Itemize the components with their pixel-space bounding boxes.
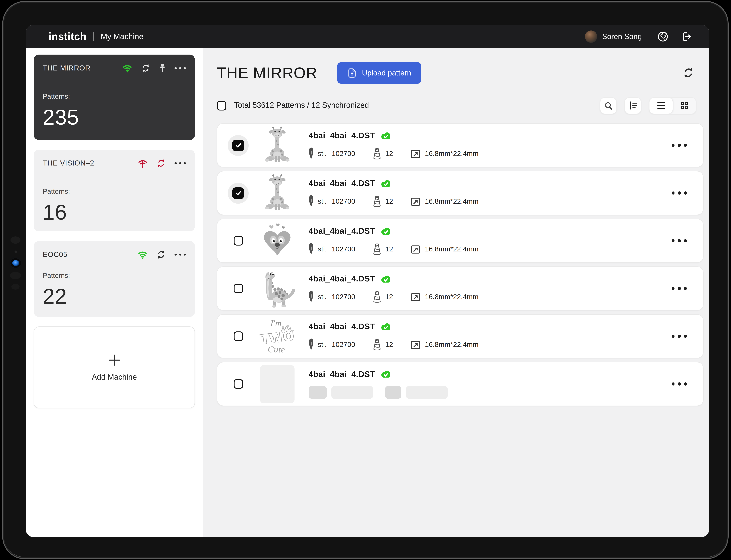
- avatar[interactable]: [585, 30, 597, 43]
- needle-icon: [309, 243, 314, 255]
- pattern-row[interactable]: I'm TWO Cute: [217, 314, 704, 358]
- row-checkbox[interactable]: [234, 236, 243, 246]
- machine-card-the-vision-2[interactable]: THE VISION–2: [34, 150, 195, 231]
- upload-pattern-label: Upload pattern: [362, 69, 411, 77]
- thread-count: 12: [372, 339, 393, 350]
- pattern-row[interactable]: 4bai_4bai_4.DST sti.102700: [217, 266, 704, 311]
- thread-count: 12: [372, 243, 393, 255]
- pattern-size: 16.8mm*22.4mm: [410, 244, 478, 254]
- sync-error-icon[interactable]: [157, 158, 166, 168]
- pattern-filename: 4bai_4bai_4.DST: [309, 369, 375, 379]
- pin-icon[interactable]: [159, 63, 166, 73]
- machine-name: THE VISION–2: [43, 159, 94, 167]
- machine-more-icon[interactable]: [175, 254, 186, 256]
- pattern-filename: 4bai_4bai_4.DST: [309, 226, 375, 236]
- pattern-row[interactable]: 4bai_4bai_4.DST sti.102700: [217, 123, 704, 167]
- sort-icon: [628, 101, 637, 110]
- thread-spool-icon: [372, 195, 381, 207]
- row-more-icon[interactable]: [672, 144, 687, 147]
- add-machine-label: Add Machine: [92, 373, 137, 382]
- machine-card-the-mirror[interactable]: THE MIRROR: [34, 55, 195, 140]
- view-toggle: [649, 97, 696, 114]
- machine-more-icon[interactable]: [175, 162, 186, 164]
- row-checkbox[interactable]: [234, 379, 243, 389]
- sync-icon[interactable]: [157, 250, 166, 260]
- pattern-row[interactable]: 4bai_4bai_4.DST sti.102700: [217, 219, 704, 263]
- cloud-synced-icon: [380, 227, 391, 236]
- top-bar: institch My Machine Soren Song: [26, 25, 709, 48]
- grid-view-icon: [680, 101, 688, 110]
- cloud-synced-icon: [380, 179, 391, 188]
- refresh-icon[interactable]: [682, 66, 694, 79]
- svg-text:Cute: Cute: [268, 344, 285, 354]
- logout-icon[interactable]: [680, 31, 692, 42]
- needle-icon: [309, 147, 314, 160]
- stitch-count: sti.102700: [309, 195, 355, 207]
- upload-file-icon: [348, 68, 357, 78]
- list-view-button[interactable]: [649, 98, 673, 114]
- patterns-summary: Total 53612 Patterns / 12 Synchronized: [234, 101, 369, 110]
- machine-name: THE MIRROR: [43, 64, 91, 72]
- language-globe-icon[interactable]: [657, 31, 669, 42]
- wifi-connected-icon: [138, 250, 148, 259]
- app-logo: institch: [49, 30, 87, 43]
- machine-card-eoc05[interactable]: EOC05: [34, 241, 195, 317]
- row-more-icon[interactable]: [672, 239, 687, 242]
- size-icon: [410, 244, 421, 254]
- row-checkbox[interactable]: [234, 284, 243, 293]
- select-all-checkbox[interactable]: [217, 101, 226, 110]
- pattern-row[interactable]: 4bai_4bai_4.DST sti.102700: [217, 171, 704, 215]
- machine-name: EOC05: [43, 251, 67, 259]
- size-icon: [410, 292, 421, 302]
- thread-spool-icon: [372, 243, 381, 255]
- cloud-synced-icon: [380, 274, 391, 284]
- patterns-count: 235: [43, 105, 186, 130]
- upload-pattern-button[interactable]: Upload pattern: [338, 62, 421, 84]
- search-button[interactable]: [600, 97, 617, 114]
- pattern-filename: 4bai_4bai_4.DST: [309, 131, 375, 140]
- pattern-thumbnail-im-two-cute: I'm TWO Cute: [258, 317, 297, 356]
- sort-button[interactable]: [624, 97, 641, 114]
- pattern-filename: 4bai_4bai_4.DST: [309, 179, 375, 188]
- cloud-synced-icon: [380, 131, 391, 140]
- pattern-row-loading[interactable]: 4bai_4bai_4.DST: [217, 362, 704, 406]
- patterns-label: Patterns:: [43, 187, 186, 195]
- page-title: My Machine: [101, 32, 144, 41]
- row-more-icon[interactable]: [672, 383, 687, 386]
- machine-sidebar: THE MIRROR: [26, 48, 203, 537]
- stitch-count: sti.102700: [309, 147, 355, 160]
- search-icon: [604, 101, 613, 110]
- cloud-synced-icon: [380, 370, 391, 379]
- front-camera: [12, 260, 19, 266]
- add-machine-button[interactable]: Add Machine: [34, 326, 195, 408]
- thread-count: 12: [372, 148, 393, 159]
- pattern-size: 16.8mm*22.4mm: [410, 196, 478, 206]
- stitch-count: sti.102700: [309, 291, 355, 303]
- row-checkbox[interactable]: [234, 331, 243, 341]
- list-view-icon: [657, 102, 665, 109]
- machine-more-icon[interactable]: [175, 67, 186, 69]
- row-more-icon[interactable]: [672, 287, 687, 290]
- pattern-filename: 4bai_4bai_4.DST: [309, 274, 375, 284]
- row-checkbox-checked[interactable]: [232, 139, 244, 151]
- thread-spool-icon: [372, 291, 381, 303]
- main-panel: THE MIRROR Upload pattern: [203, 48, 709, 537]
- pattern-size: 16.8mm*22.4mm: [410, 292, 478, 302]
- thread-count: 12: [372, 195, 393, 207]
- row-more-icon[interactable]: [672, 192, 687, 195]
- row-more-icon[interactable]: [672, 335, 687, 338]
- sync-icon[interactable]: [141, 63, 151, 73]
- needle-icon: [309, 195, 314, 207]
- thread-spool-icon: [372, 339, 381, 350]
- patterns-count: 22: [43, 284, 186, 309]
- thread-count: 12: [372, 291, 393, 303]
- pattern-thumbnail-koala-heart: [258, 221, 297, 260]
- grid-view-button[interactable]: [673, 98, 696, 114]
- tablet-frame: institch My Machine Soren Song: [2, 1, 729, 559]
- app-window: institch My Machine Soren Song: [26, 25, 709, 537]
- pattern-filename: 4bai_4bai_4.DST: [309, 322, 375, 331]
- svg-text:I'm: I'm: [270, 318, 281, 328]
- row-checkbox-checked[interactable]: [232, 187, 244, 199]
- bezel-sensor: [15, 251, 17, 253]
- patterns-count: 16: [43, 200, 186, 225]
